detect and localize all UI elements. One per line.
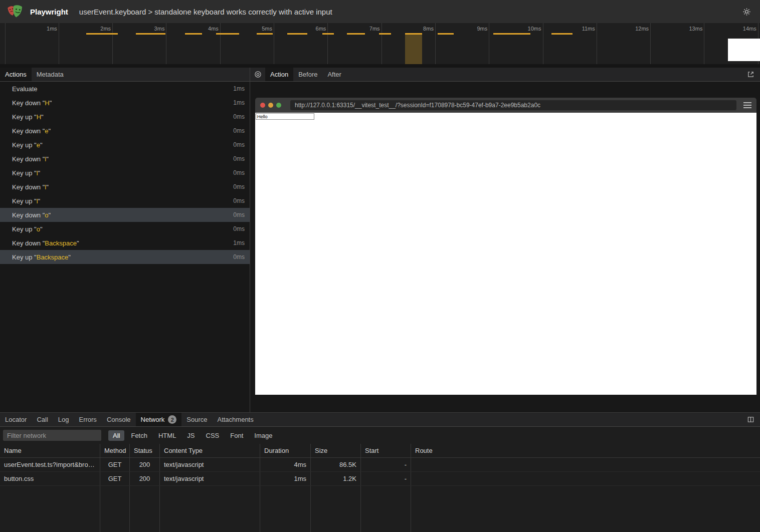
action-label: Key down "l"	[12, 183, 49, 191]
request-cell: GET	[100, 458, 130, 471]
tab-label: Locator	[5, 416, 27, 423]
tab-label: Call	[37, 416, 48, 423]
bottom-panel: LocatorCallLogErrorsConsoleNetwork2Sourc…	[0, 412, 760, 532]
timeline-gridline	[59, 23, 59, 64]
action-label: Key up "H"	[12, 113, 44, 121]
action-row[interactable]: Key up "e"0ms	[0, 138, 250, 152]
action-row[interactable]: Key down "Backspace"1ms	[0, 236, 250, 250]
timeline-action-mark	[136, 33, 165, 35]
action-key: e	[45, 127, 48, 135]
timeline-tick-label: 12ms	[619, 26, 649, 32]
action-key: l	[37, 169, 38, 177]
column-header: Duration	[260, 444, 311, 457]
filter-chip-fetch[interactable]: Fetch	[126, 430, 152, 441]
action-label: Key down "o"	[12, 211, 51, 219]
snapshot-area: http://127.0.0.1:63315/__vitest_test__/?…	[250, 82, 760, 412]
tab-label: Errors	[79, 416, 96, 423]
timeline-gridline	[166, 23, 166, 64]
timeline-gridline	[274, 23, 274, 64]
timeline-gridline	[489, 23, 489, 64]
timeline-tick-label: 1ms	[27, 26, 57, 32]
snapshot-tabs-slot: ActionBeforeAfter	[265, 68, 346, 81]
action-row[interactable]: Key down "H"1ms	[0, 96, 250, 110]
bottom-tabs-slot: LocatorCallLogErrorsConsoleNetwork2Sourc…	[0, 413, 259, 426]
network-count-badge: 2	[168, 415, 176, 424]
filter-chip-js[interactable]: JS	[182, 430, 199, 441]
page-text-input[interactable]	[256, 113, 314, 120]
tab-metadata[interactable]: Metadata	[32, 68, 69, 81]
snapshot-panel: ActionBeforeAfter http://127.0.0.1:63315…	[250, 68, 760, 412]
tab-label: Action	[270, 71, 288, 78]
action-row[interactable]: Key up "o"0ms	[0, 222, 250, 236]
action-duration: 0ms	[233, 141, 245, 148]
settings-gear-icon[interactable]	[740, 5, 753, 18]
column-header: Method	[100, 444, 130, 457]
tab-attachments[interactable]: Attachments	[212, 413, 258, 426]
actions-list: Evaluate1msKey down "H"1msKey up "H"0msK…	[0, 82, 250, 412]
pick-locator-icon[interactable]	[250, 68, 265, 81]
network-table-header: NameMethodStatusContent TypeDurationSize…	[0, 444, 760, 458]
tab-actions[interactable]: Actions	[0, 68, 32, 81]
timeline-action-mark	[493, 33, 530, 35]
action-label: Key down "H"	[12, 99, 52, 107]
network-filter-input[interactable]	[3, 430, 101, 441]
toggle-panel-layout-icon[interactable]	[743, 413, 758, 426]
action-duration: 0ms	[233, 127, 245, 134]
timeline-action-mark	[287, 33, 307, 35]
filter-chip-image[interactable]: Image	[250, 430, 277, 441]
filter-chip-all[interactable]: All	[108, 430, 124, 441]
request-cell: userEvent.test.ts?import&bro…	[0, 458, 100, 471]
filter-chip-css[interactable]: CSS	[202, 430, 224, 441]
action-row[interactable]: Key down "e"0ms	[0, 124, 250, 138]
filter-chip-font[interactable]: Font	[226, 430, 248, 441]
action-row[interactable]: Key up "Backspace"0ms	[0, 250, 250, 264]
network-request-row[interactable]: button.cssGET200text/javascript1ms1.2K-	[0, 472, 760, 486]
snapshot-page	[255, 113, 756, 395]
tab-after[interactable]: After	[322, 68, 346, 81]
tab-source[interactable]: Source	[181, 413, 212, 426]
timeline-tick-label: 11ms	[565, 26, 595, 32]
action-label: Key down "e"	[12, 127, 51, 135]
open-snapshot-window-icon[interactable]	[743, 68, 758, 81]
action-duration: 0ms	[233, 169, 245, 176]
column-header: Content Type	[160, 444, 260, 457]
timeline-canvas[interactable]: 1ms2ms3ms4ms5ms6ms7ms8ms9ms10ms11ms12ms1…	[0, 23, 760, 64]
network-request-row[interactable]: userEvent.test.ts?import&bro…GET200text/…	[0, 458, 760, 472]
timeline-selected-range	[405, 33, 422, 64]
request-cell: 200	[130, 472, 160, 485]
request-cell: 1.2K	[311, 472, 361, 485]
snapshot-tabstrip: ActionBeforeAfter	[250, 68, 760, 82]
filler-cell	[311, 486, 361, 532]
request-cell: 86.5K	[311, 458, 361, 471]
action-duration: 1ms	[233, 99, 245, 106]
tab-call[interactable]: Call	[32, 413, 53, 426]
timeline-action-mark	[347, 33, 365, 35]
action-row[interactable]: Key down "o"0ms	[0, 208, 250, 222]
action-key: l	[37, 197, 38, 205]
tab-action[interactable]: Action	[265, 68, 293, 81]
action-row[interactable]: Key down "l"0ms	[0, 152, 250, 166]
timeline-action-mark	[551, 33, 573, 35]
tab-locator[interactable]: Locator	[0, 413, 32, 426]
snapshot-browser-window: http://127.0.0.1:63315/__vitest_test__/?…	[255, 98, 756, 395]
tab-errors[interactable]: Errors	[74, 413, 101, 426]
action-key: Backspace	[37, 253, 69, 261]
tab-before[interactable]: Before	[293, 68, 322, 81]
action-row[interactable]: Key up "H"0ms	[0, 110, 250, 124]
request-cell	[411, 458, 760, 471]
timeline-gridline	[650, 23, 651, 64]
action-key: o	[45, 211, 48, 219]
tab-network[interactable]: Network2	[136, 413, 182, 426]
action-row[interactable]: Evaluate1ms	[0, 82, 250, 96]
action-row[interactable]: Key up "l"0ms	[0, 194, 250, 208]
action-key: l	[45, 155, 46, 163]
action-row[interactable]: Key down "l"0ms	[0, 180, 250, 194]
column-header: Start	[361, 444, 411, 457]
trace-viewer: Playwright userEvent.keyboard > standalo…	[0, 0, 760, 532]
network-type-chips: AllFetchHTMLJSCSSFontImage	[101, 430, 277, 441]
filter-chip-html[interactable]: HTML	[154, 430, 180, 441]
action-label: Key up "o"	[12, 225, 43, 233]
tab-log[interactable]: Log	[53, 413, 74, 426]
action-row[interactable]: Key up "l"0ms	[0, 166, 250, 180]
tab-console[interactable]: Console	[102, 413, 136, 426]
